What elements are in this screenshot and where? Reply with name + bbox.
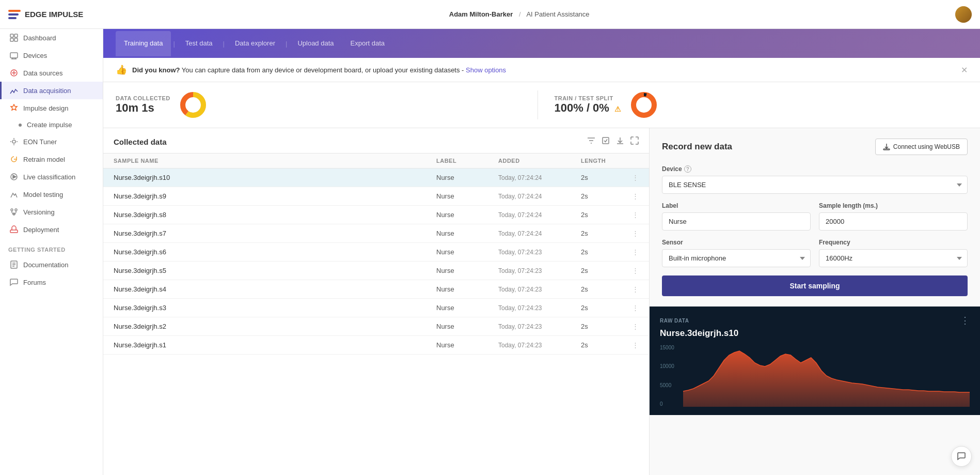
row-more-button[interactable]: ⋮: [622, 248, 639, 256]
table-row[interactable]: Nurse.3deigrjh.s2 Nurse Today, 07:24:23 …: [103, 317, 649, 336]
added-cell: Today, 07:24:24: [498, 211, 581, 219]
sidebar-item-data-acquisition[interactable]: Data acquisition: [0, 82, 103, 99]
sample-name-cell: Nurse.3deigrjh.s7: [114, 229, 436, 237]
row-more-button[interactable]: ⋮: [622, 192, 639, 200]
label-cell: Nurse: [436, 248, 498, 256]
sidebar-item-retrain-model[interactable]: Retrain model: [0, 150, 103, 168]
eon-tuner-icon: [10, 137, 18, 146]
row-more-button[interactable]: ⋮: [622, 211, 639, 219]
sidebar-item-impulse-design[interactable]: Impulse design: [0, 99, 103, 117]
select-all-icon[interactable]: [602, 136, 610, 147]
tab-test-data[interactable]: Test data: [177, 31, 221, 56]
expand-icon[interactable]: [630, 136, 639, 147]
live-classification-icon: [10, 173, 18, 181]
row-more-button[interactable]: ⋮: [622, 323, 639, 330]
sensor-label: Sensor: [662, 239, 811, 246]
row-more-button[interactable]: ⋮: [622, 267, 639, 274]
sample-name-cell: Nurse.3deigrjh.s10: [114, 174, 436, 181]
forums-icon: [10, 278, 18, 286]
impulse-design-icon: [10, 104, 18, 112]
avatar[interactable]: [955, 6, 972, 23]
sidebar-item-create-impulse[interactable]: Create impulse: [0, 117, 103, 133]
table-row[interactable]: Nurse.3deigrjh.s5 Nurse Today, 07:24:23 …: [103, 262, 649, 280]
sample-name-cell: Nurse.3deigrjh.s5: [114, 267, 436, 274]
notice-close-button[interactable]: ✕: [961, 65, 968, 75]
sidebar-item-devices[interactable]: Devices: [0, 47, 103, 64]
stat-collected-value: 10m 1s: [116, 101, 170, 115]
stat-split-value: 100% / 0% ⚠: [555, 101, 622, 115]
length-cell: 2s: [581, 323, 622, 330]
length-cell: 2s: [581, 192, 622, 200]
tab-sep-3: |: [286, 40, 287, 48]
raw-data-more-button[interactable]: ⋮: [960, 315, 970, 326]
sample-name-cell: Nurse.3deigrjh.s4: [114, 285, 436, 293]
device-select[interactable]: BLE SENSE: [662, 176, 968, 194]
sample-name-cell: Nurse.3deigrjh.s8: [114, 211, 436, 219]
sidebar-label-versioning: Versioning: [23, 208, 55, 216]
frequency-field: Frequency 16000Hz8000Hz22050Hz: [819, 239, 968, 267]
sidebar-item-versioning[interactable]: Versioning: [0, 203, 103, 221]
sidebar-item-documentation[interactable]: Documentation: [0, 256, 103, 273]
svg-rect-2: [10, 38, 13, 41]
stat-train-test-split: TRAIN / TEST SPLIT 100% / 0% ⚠: [538, 90, 968, 119]
start-sampling-button[interactable]: Start sampling: [662, 275, 968, 296]
sidebar: Dashboard Devices Data sources Data acqu…: [0, 29, 103, 475]
sensor-select[interactable]: Built-in microphoneAccelerometerMicropho…: [662, 249, 811, 267]
device-help-icon[interactable]: ?: [684, 165, 691, 173]
sample-length-input[interactable]: [819, 212, 968, 231]
tab-export-data[interactable]: Export data: [342, 31, 393, 56]
sidebar-label-deployment: Deployment: [23, 226, 59, 234]
tab-data-explorer[interactable]: Data explorer: [227, 31, 283, 56]
tab-upload-data[interactable]: Upload data: [289, 31, 342, 56]
table-row[interactable]: Nurse.3deigrjh.s6 Nurse Today, 07:24:23 …: [103, 243, 649, 262]
length-cell: 2s: [581, 229, 622, 237]
table-row[interactable]: Nurse.3deigrjh.s4 Nurse Today, 07:24:23 …: [103, 280, 649, 299]
frequency-select[interactable]: 16000Hz8000Hz22050Hz: [819, 249, 968, 267]
table-row[interactable]: Nurse.3deigrjh.s3 Nurse Today, 07:24:23 …: [103, 299, 649, 317]
label-samplelength-row: Label Sample length (ms.): [662, 202, 968, 231]
table-row[interactable]: Nurse.3deigrjh.s7 Nurse Today, 07:24:24 …: [103, 224, 649, 243]
notice-text: Did you know? You can capture data from …: [132, 66, 506, 74]
table-row[interactable]: Nurse.3deigrjh.s1 Nurse Today, 07:24:23 …: [103, 336, 649, 355]
length-cell: 2s: [581, 174, 622, 181]
app-logo[interactable]: EDGE IMPULSE: [8, 10, 83, 19]
webusb-button[interactable]: Connect using WebUSB: [875, 139, 968, 155]
logo-bar-1: [8, 10, 21, 12]
table-header: SAMPLE NAME LABEL ADDED LENGTH: [103, 153, 649, 168]
added-cell: Today, 07:24:24: [498, 193, 581, 200]
raw-data-chart: [683, 345, 970, 407]
added-cell: Today, 07:24:24: [498, 230, 581, 237]
sidebar-item-live-classification[interactable]: Live classification: [0, 168, 103, 186]
row-more-button[interactable]: ⋮: [622, 341, 639, 349]
row-more-button[interactable]: ⋮: [622, 174, 639, 181]
label-input[interactable]: [662, 212, 811, 231]
chat-icon-button[interactable]: [951, 446, 972, 467]
sidebar-item-model-testing[interactable]: Model testing: [0, 186, 103, 203]
download-icon[interactable]: [616, 136, 624, 147]
sidebar-item-data-sources[interactable]: Data sources: [0, 64, 103, 82]
sidebar-item-eon-tuner[interactable]: EON Tuner: [0, 133, 103, 150]
raw-data-header: RAW DATA ⋮: [660, 315, 970, 326]
main-layout: Dashboard Devices Data sources Data acqu…: [0, 29, 980, 475]
row-more-button[interactable]: ⋮: [622, 229, 639, 237]
row-more-button[interactable]: ⋮: [622, 304, 639, 312]
svg-point-8: [11, 209, 13, 211]
tab-training-data[interactable]: Training data: [116, 31, 171, 56]
notice-link[interactable]: Show options: [466, 66, 506, 74]
label-cell: Nurse: [436, 304, 498, 312]
sidebar-item-dashboard[interactable]: Dashboard: [0, 29, 103, 47]
main-split: Collected data: [103, 128, 980, 475]
sidebar-label-model-testing: Model testing: [23, 191, 63, 198]
filter-icon[interactable]: [587, 136, 595, 147]
table-row[interactable]: Nurse.3deigrjh.s8 Nurse Today, 07:24:24 …: [103, 206, 649, 224]
table-row[interactable]: Nurse.3deigrjh.s9 Nurse Today, 07:24:24 …: [103, 187, 649, 206]
content-area: Training data | Test data | Data explore…: [103, 29, 980, 475]
deployment-icon: [10, 225, 18, 234]
table-row[interactable]: Nurse.3deigrjh.s10 Nurse Today, 07:24:24…: [103, 168, 649, 187]
topbar-breadcrumb: Adam Milton-Barker / AI Patient Assistan…: [449, 10, 590, 18]
devices-icon: [10, 51, 18, 59]
row-more-button[interactable]: ⋮: [622, 285, 639, 293]
chart-canvas: [683, 345, 970, 407]
sidebar-item-deployment[interactable]: Deployment: [0, 221, 103, 238]
sidebar-item-forums[interactable]: Forums: [0, 273, 103, 291]
